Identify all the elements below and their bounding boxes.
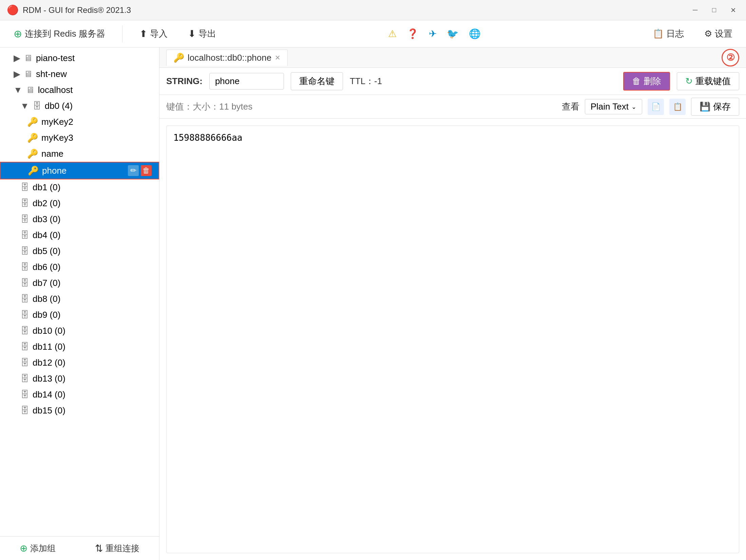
settings-icon: ⚙: [704, 28, 712, 39]
sidebar-item-label: name: [41, 149, 63, 159]
value-editor[interactable]: 15988886666aa: [166, 125, 739, 553]
db-icon: 🗄: [20, 405, 29, 416]
sidebar-item-db13[interactable]: 🗄 db13 (0): [0, 371, 159, 387]
connect-button[interactable]: ⊕ 连接到 Redis 服务器: [7, 24, 112, 43]
import-button[interactable]: ⬆ 导入: [133, 24, 174, 43]
delete-key-button[interactable]: 🗑 删除: [623, 72, 670, 91]
add-group-button[interactable]: ⊕ 添加组: [13, 539, 62, 557]
sidebar-item-db9[interactable]: 🗄 db9 (0): [0, 307, 159, 323]
sidebar-item-db14[interactable]: 🗄 db14 (0): [0, 387, 159, 403]
save-icon: 💾: [700, 101, 710, 112]
sidebar-item-localhost[interactable]: ▼ 🖥 localhost: [0, 82, 159, 98]
tab-label: localhost::db0::phone: [188, 53, 271, 63]
titlebar: 🔴 RDM - GUI for Redis® 2021.3 ─ □ ✕: [0, 0, 746, 20]
help-icon[interactable]: ❓: [407, 28, 419, 39]
sidebar-item-label: db0 (4): [45, 101, 73, 111]
sidebar-item-label: db9 (0): [33, 310, 60, 320]
format-selector[interactable]: Plain Text ⌄: [585, 99, 642, 114]
sidebar-item-label: db14 (0): [33, 389, 65, 400]
log-icon: 📋: [653, 28, 664, 39]
sidebar-item-db5[interactable]: 🗄 db5 (0): [0, 243, 159, 259]
titlebar-right: ─ □ ✕: [689, 4, 739, 16]
export-button[interactable]: ⬇ 导出: [181, 24, 223, 43]
sidebar-item-db7[interactable]: 🗄 db7 (0): [0, 275, 159, 291]
toolbar-center-icons: ⚠ ❓ ✈ 🐦 🌐: [230, 28, 639, 39]
db-icon: 🗄: [20, 246, 29, 256]
sidebar-footer: ⊕ 添加组 ⇅ 重组连接: [0, 536, 159, 560]
db-icon: 🗄: [20, 214, 29, 225]
sidebar-item-db4[interactable]: 🗄 db4 (0): [0, 227, 159, 243]
db-icon: 🗄: [20, 326, 29, 336]
maximize-button[interactable]: □: [708, 4, 720, 16]
content-panel: 🔑 localhost::db0::phone ✕ ② STRING: 重命名键…: [159, 47, 746, 560]
sidebar-item-label: db8 (0): [33, 294, 60, 304]
sidebar-item-label: db3 (0): [33, 214, 60, 225]
web-icon[interactable]: 🌐: [469, 28, 481, 39]
view-action-2-button[interactable]: 📋: [669, 99, 686, 115]
tab-key-icon: 🔑: [173, 53, 184, 63]
db-icon: 🗄: [20, 278, 29, 288]
sidebar-item-label: db4 (0): [33, 230, 60, 240]
sidebar-item-label: db7 (0): [33, 278, 60, 288]
export-icon: ⬇: [188, 28, 196, 39]
edit-key-button[interactable]: ✏: [128, 165, 139, 176]
key-name-input[interactable]: [209, 73, 284, 90]
db-icon: 🗄: [20, 230, 29, 240]
minimize-button[interactable]: ─: [689, 4, 701, 16]
sidebar-item-myKey2[interactable]: 🔑 myKey2: [0, 114, 159, 130]
telegram-icon[interactable]: ✈: [429, 28, 437, 39]
view-label: 查看: [562, 101, 579, 113]
warning-icon[interactable]: ⚠: [388, 28, 397, 39]
sidebar-item-db2[interactable]: 🗄 db2 (0): [0, 195, 159, 211]
sidebar-item-db6[interactable]: 🗄 db6 (0): [0, 259, 159, 275]
reload-key-button[interactable]: ↻ 重载键值: [677, 72, 739, 90]
settings-button[interactable]: ⚙ 设置: [697, 24, 739, 43]
sidebar-item-phone[interactable]: 🔑 phone ✏ 🗑 ①: [0, 162, 159, 179]
sidebar-item-myKey3[interactable]: 🔑 myKey3: [0, 130, 159, 146]
key-icon: 🔑: [28, 166, 39, 176]
sidebar-item-db10[interactable]: 🗄 db10 (0): [0, 323, 159, 339]
sidebar-item-db12[interactable]: 🗄 db12 (0): [0, 355, 159, 371]
close-button[interactable]: ✕: [727, 4, 739, 16]
db-icon: 🗄: [20, 310, 29, 320]
sidebar-item-db11[interactable]: 🗄 db11 (0): [0, 339, 159, 355]
sidebar-item-label: phone: [42, 166, 66, 176]
twitter-icon[interactable]: 🐦: [447, 28, 459, 39]
sidebar-item-label: db6 (0): [33, 262, 60, 272]
reconnect-button[interactable]: ⇅ 重组连接: [88, 539, 146, 557]
annotation-2: ②: [722, 49, 739, 66]
sidebar-item-label: myKey2: [41, 117, 73, 127]
rename-key-button[interactable]: 重命名键: [291, 72, 343, 90]
value-bar: 键值：大小：11 bytes 查看 Plain Text ⌄ 📄 📋 💾 保存: [159, 95, 746, 119]
sidebar-item-db3[interactable]: 🗄 db3 (0): [0, 211, 159, 227]
server-icon: 🖥: [24, 69, 33, 79]
sidebar-item-db1[interactable]: 🗄 db1 (0): [0, 179, 159, 195]
sidebar-tree: ▶ 🖥 piano-test ▶ 🖥 sht-new ▼ 🖥 localhost…: [0, 47, 159, 536]
reconnect-icon: ⇅: [95, 543, 103, 554]
sidebar-item-label: localhost: [38, 85, 73, 95]
tab-bar: 🔑 localhost::db0::phone ✕ ②: [159, 47, 746, 68]
sidebar-item-db0[interactable]: ▼ 🗄 db0 (4): [0, 98, 159, 114]
delete-key-button[interactable]: 🗑: [141, 165, 152, 176]
value-size-label: 键值：大小：11 bytes: [166, 101, 252, 113]
sidebar-item-label: db5 (0): [33, 246, 60, 256]
tab-phone[interactable]: 🔑 localhost::db0::phone ✕: [166, 50, 288, 66]
toolbar: ⊕ 连接到 Redis 服务器 ⬆ 导入 ⬇ 导出 ⚠ ❓ ✈ 🐦 🌐 📋 日志…: [0, 20, 746, 47]
titlebar-left: 🔴 RDM - GUI for Redis® 2021.3: [7, 4, 131, 16]
save-value-button[interactable]: 💾 保存: [691, 98, 739, 116]
toolbar-right-actions: 📋 日志 ⚙ 设置: [646, 24, 739, 43]
sidebar-item-name[interactable]: 🔑 name: [0, 146, 159, 162]
sidebar-item-piano-test[interactable]: ▶ 🖥 piano-test: [0, 50, 159, 66]
sidebar-item-db15[interactable]: 🗄 db15 (0): [0, 403, 159, 419]
key-type-label: STRING:: [166, 76, 203, 86]
view-action-1-button[interactable]: 📄: [648, 99, 664, 115]
log-button[interactable]: 📋 日志: [646, 24, 691, 43]
expand-icon: ▼: [14, 85, 22, 95]
sidebar-item-label: db11 (0): [33, 342, 65, 352]
sidebar-item-db8[interactable]: 🗄 db8 (0): [0, 291, 159, 307]
tab-close-button[interactable]: ✕: [275, 54, 281, 62]
sidebar-item-label: db1 (0): [33, 182, 60, 193]
sidebar: ▶ 🖥 piano-test ▶ 🖥 sht-new ▼ 🖥 localhost…: [0, 47, 159, 560]
sidebar-item-sht-new[interactable]: ▶ 🖥 sht-new: [0, 66, 159, 82]
sidebar-item-label: sht-new: [36, 69, 67, 79]
